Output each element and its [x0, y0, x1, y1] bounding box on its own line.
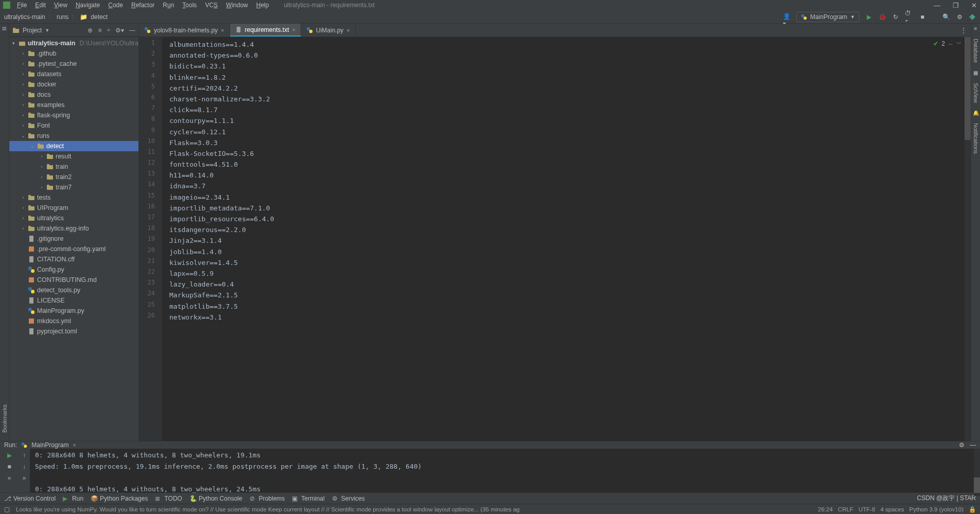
- chevron-icon[interactable]: ›: [39, 164, 44, 169]
- bookmarks-stripe-label[interactable]: Bookmarks: [2, 401, 8, 436]
- chevron-icon[interactable]: ⌄: [30, 144, 35, 149]
- menu-refactor[interactable]: Refactor: [128, 2, 158, 9]
- expand-all-icon[interactable]: ≡: [98, 27, 101, 34]
- indent[interactable]: 4 spaces: [880, 506, 904, 512]
- up-icon[interactable]: ↑: [23, 452, 26, 459]
- tree-item-CONTRIBUTING.md[interactable]: CONTRIBUTING.md: [9, 275, 138, 285]
- close-icon[interactable]: ×: [221, 27, 224, 33]
- tree-item-.gitignore[interactable]: .gitignore: [9, 234, 138, 244]
- tree-item-train7[interactable]: ›train7: [9, 182, 138, 192]
- code-line[interactable]: kiwisolver==1.4.5: [169, 257, 971, 268]
- tree-item-result[interactable]: ›result: [9, 151, 138, 162]
- scrollbar-thumb[interactable]: [974, 477, 980, 493]
- code-line[interactable]: itsdangerous==2.2.0: [169, 224, 971, 235]
- chevron-icon[interactable]: ›: [21, 82, 26, 87]
- locate-icon[interactable]: ⊕: [87, 27, 93, 34]
- tree-root[interactable]: ▾ ultralytics-main D:\Users\YOLO\ultra: [9, 38, 138, 48]
- code-line[interactable]: charset-normalizer==3.3.2: [169, 94, 971, 104]
- line-sep[interactable]: CRLF: [838, 506, 853, 512]
- code-line[interactable]: click==8.1.7: [169, 104, 971, 115]
- code-line[interactable]: importlib_resources==6.4.0: [169, 214, 971, 224]
- tree-item-UIProgram[interactable]: ›UIProgram: [9, 203, 138, 213]
- menu-navigate[interactable]: Navigate: [72, 2, 103, 9]
- menu-help[interactable]: Help: [253, 2, 273, 9]
- code-line[interactable]: joblib==1.4.0: [169, 246, 971, 257]
- editor[interactable]: 1234567891011121314151617181920212223242…: [139, 37, 971, 441]
- chevron-icon[interactable]: ›: [21, 113, 26, 118]
- code-line[interactable]: h11==0.14.0: [169, 170, 971, 181]
- code-line[interactable]: Flask-SocketIO==5.3.6: [169, 148, 971, 159]
- code-line[interactable]: contourpy==1.1.1: [169, 115, 971, 126]
- code-line[interactable]: networkx==3.1: [169, 312, 971, 323]
- down-icon[interactable]: ↓: [23, 463, 26, 470]
- rerun-icon[interactable]: ▶: [7, 452, 12, 459]
- tree-item-Config.py[interactable]: Config.py: [9, 264, 138, 275]
- menu-code[interactable]: Code: [104, 2, 127, 9]
- close-icon[interactable]: ×: [346, 27, 349, 33]
- tree-item-datasets[interactable]: ›datasets: [9, 69, 138, 79]
- breadcrumb-leaf[interactable]: detect: [91, 13, 108, 21]
- caret-pos[interactable]: 26:24: [818, 506, 833, 512]
- chevron-down-icon[interactable]: ﹀: [956, 40, 961, 47]
- menu-tools[interactable]: Tools: [179, 2, 200, 9]
- settings-icon[interactable]: ⚙: [955, 13, 964, 21]
- vertical-scrollbar[interactable]: [965, 37, 971, 441]
- chevron-icon[interactable]: ›: [21, 72, 26, 77]
- tree-item-ultralytics.egg-info[interactable]: ›ultralytics.egg-info: [9, 223, 138, 234]
- tree-item-.github[interactable]: ›.github: [9, 48, 138, 59]
- tree-item-detect_tools.py[interactable]: detect_tools.py: [9, 285, 138, 295]
- notifications-stripe-icon[interactable]: 🔔: [973, 110, 979, 116]
- menu-edit[interactable]: Edit: [31, 2, 49, 9]
- breadcrumb-root[interactable]: ultralytics-main: [4, 13, 45, 21]
- code-line[interactable]: importlib_metadata==7.1.0: [169, 203, 971, 214]
- cwm-icon[interactable]: [969, 13, 976, 21]
- collapse-all-icon[interactable]: ÷: [107, 27, 110, 34]
- tree-item-tests[interactable]: ›tests: [9, 192, 138, 203]
- tab-menu-icon[interactable]: ⋮: [956, 24, 971, 37]
- chevron-icon[interactable]: ›: [21, 216, 26, 221]
- editor-tab-UiMain.py[interactable]: UiMain.py×: [301, 24, 356, 37]
- code-line[interactable]: MarkupSafe==2.1.5: [169, 290, 971, 300]
- tree-item-.pre-commit-config.yaml[interactable]: .pre-commit-config.yaml: [9, 244, 138, 254]
- close-tab-icon[interactable]: ×: [73, 442, 76, 448]
- tree-item-MainProgram.py[interactable]: MainProgram.py: [9, 306, 138, 316]
- close-icon[interactable]: ×: [292, 27, 295, 33]
- window-close-icon[interactable]: ✕: [971, 2, 977, 9]
- chevron-up-icon[interactable]: ︿: [948, 40, 953, 47]
- inspection-widget[interactable]: ✔ 2 ︿ ﹀: [933, 40, 961, 47]
- chevron-icon[interactable]: ›: [39, 154, 44, 159]
- menu-vcs[interactable]: VCS: [201, 2, 221, 9]
- sciview-stripe-icon[interactable]: ▦: [973, 70, 978, 76]
- console-scrollbar[interactable]: [974, 449, 980, 496]
- code-content[interactable]: albumentations==1.4.4annotated-types==0.…: [162, 37, 971, 441]
- menu-view[interactable]: View: [50, 2, 71, 9]
- code-line[interactable]: albumentations==1.4.4: [169, 39, 971, 50]
- more-icon[interactable]: »: [23, 474, 26, 482]
- settings-icon[interactable]: ⚙: [959, 441, 965, 449]
- lock-icon[interactable]: 🔒: [969, 506, 976, 513]
- code-line[interactable]: bidict==0.23.1: [169, 61, 971, 72]
- encoding[interactable]: UTF-8: [859, 506, 876, 512]
- menu-run[interactable]: Run: [159, 2, 178, 9]
- code-line[interactable]: cycler==0.12.1: [169, 127, 971, 137]
- chevron-icon[interactable]: ›: [21, 102, 26, 108]
- editor-tab-yolov8-train-helmets.py[interactable]: yolov8-train-helmets.py×: [139, 24, 230, 37]
- editor-tab-requirements.txt[interactable]: requirements.txt×: [230, 24, 301, 37]
- structure-stripe-icon[interactable]: ▤: [2, 26, 7, 31]
- debug-button-icon[interactable]: 🐞: [878, 13, 886, 21]
- coverage-icon[interactable]: ↻: [891, 13, 900, 21]
- more-icon[interactable]: »: [8, 474, 11, 482]
- code-line[interactable]: imageio==2.34.1: [169, 192, 971, 203]
- window-minimize-icon[interactable]: —: [934, 2, 940, 9]
- tree-item-.pytest_cache[interactable]: ›.pytest_cache: [9, 59, 138, 69]
- chevron-icon[interactable]: ›: [39, 185, 44, 190]
- tree-item-train2[interactable]: ›train2: [9, 172, 138, 182]
- run-config-select[interactable]: MainProgram ▼: [796, 12, 860, 22]
- tree-item-detect[interactable]: ⌄detect: [9, 141, 138, 151]
- code-line[interactable]: lapx==0.5.9: [169, 268, 971, 279]
- code-line[interactable]: Flask==3.0.3: [169, 137, 971, 148]
- tree-item-train[interactable]: ›train: [9, 162, 138, 172]
- chevron-icon[interactable]: ›: [21, 92, 26, 97]
- tree-item-ultralytics[interactable]: ›ultralytics: [9, 213, 138, 223]
- stop-icon[interactable]: ■: [7, 463, 11, 470]
